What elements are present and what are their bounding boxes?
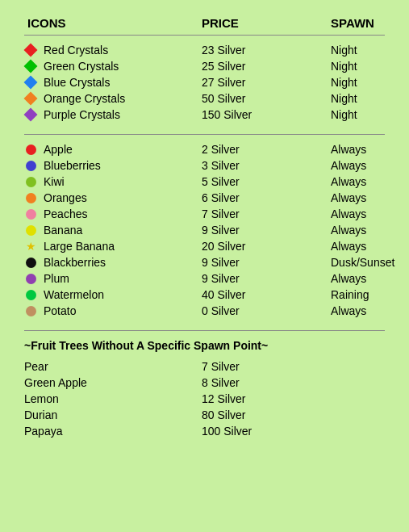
table-row: Kiwi 5 Silver Always	[24, 174, 385, 190]
item-price: 7 Silver	[202, 360, 331, 373]
item-label: Blueberries	[44, 159, 101, 172]
table-row: Plum 9 Silver Always	[24, 270, 385, 287]
diamond-icon	[24, 108, 37, 121]
item-label: Watermelon	[44, 288, 104, 301]
item-label: Oranges	[44, 191, 87, 204]
item-spawn: Always	[331, 304, 409, 317]
item-label: Large Banana	[44, 240, 115, 253]
item-label: Plum	[44, 272, 69, 285]
circle-icon	[24, 207, 37, 220]
item-name: Purple Crystals	[24, 108, 202, 121]
section-divider-2	[24, 330, 385, 331]
item-name: Kiwi	[24, 175, 202, 188]
trees-section: Pear 7 Silver Green Apple 8 Silver Lemon…	[24, 358, 385, 439]
item-label: Apple	[44, 143, 73, 156]
section-divider-1	[24, 134, 385, 135]
item-name: Green Crystals	[24, 60, 202, 73]
item-name: Blackberries	[24, 256, 202, 269]
circle-icon	[24, 256, 37, 269]
item-name: Blueberries	[24, 159, 202, 172]
item-label: Red Crystals	[44, 44, 108, 57]
item-label: Papaya	[24, 425, 202, 438]
item-spawn: Always	[331, 159, 409, 172]
item-label: Green Crystals	[44, 60, 119, 73]
table-row: Blackberries 9 Silver Dusk/Sunset	[24, 254, 385, 270]
table-header: ICONS PRICE SPAWN	[24, 16, 385, 36]
table-row: Apple 2 Silver Always	[24, 141, 385, 157]
item-name: Plum	[24, 272, 202, 285]
item-spawn: Night	[331, 92, 409, 105]
item-name: Watermelon	[24, 288, 202, 301]
item-name: Banana	[24, 224, 202, 237]
item-name: Apple	[24, 143, 202, 156]
item-price: 7 Silver	[202, 207, 331, 220]
table-row: Blueberries 3 Silver Always	[24, 157, 385, 174]
item-spawn: Night	[331, 44, 409, 57]
item-label: Orange Crystals	[44, 92, 125, 105]
item-price: 9 Silver	[202, 272, 331, 285]
item-price: 100 Silver	[202, 425, 331, 438]
header-spawn: SPAWN	[331, 16, 409, 30]
item-price: 80 Silver	[202, 408, 331, 421]
circle-icon	[24, 272, 37, 285]
item-spawn: Night	[331, 108, 409, 121]
item-price: 8 Silver	[202, 376, 331, 389]
item-name: Red Crystals	[24, 44, 202, 57]
item-price: 6 Silver	[202, 191, 331, 204]
diamond-icon	[24, 44, 37, 57]
diamond-icon	[24, 92, 37, 105]
item-label: Kiwi	[44, 175, 65, 188]
item-spawn: Always	[331, 207, 409, 220]
item-label: Banana	[44, 224, 82, 237]
circle-icon	[24, 288, 37, 301]
table-row: Banana 9 Silver Always	[24, 222, 385, 238]
item-price: 2 Silver	[202, 143, 331, 156]
crystals-section: Red Crystals 23 Silver Night Green Cryst…	[24, 42, 385, 123]
item-price: 40 Silver	[202, 288, 331, 301]
header-icons: ICONS	[24, 16, 202, 30]
table-row: Lemon 12 Silver	[24, 391, 385, 407]
table-row: Papaya 100 Silver	[24, 423, 385, 439]
item-label: Green Apple	[24, 376, 202, 389]
item-spawn: Night	[331, 60, 409, 73]
circle-icon	[24, 224, 37, 237]
main-container: ICONS PRICE SPAWN Red Crystals 23 Silver…	[8, 8, 401, 459]
circle-icon	[24, 175, 37, 188]
item-price: 150 Silver	[202, 108, 331, 121]
item-spawn: Always	[331, 224, 409, 237]
table-row: Red Crystals 23 Silver Night	[24, 42, 385, 58]
table-row: Watermelon 40 Silver Raining	[24, 287, 385, 303]
table-row: Green Crystals 25 Silver Night	[24, 58, 385, 74]
item-label: Lemon	[24, 392, 202, 405]
item-name: Orange Crystals	[24, 92, 202, 105]
item-spawn: Night	[331, 76, 409, 89]
item-label: Blackberries	[44, 256, 106, 269]
item-price: 3 Silver	[202, 159, 331, 172]
fruits-section: Apple 2 Silver Always Blueberries 3 Silv…	[24, 141, 385, 319]
item-name: Blue Crystals	[24, 76, 202, 89]
item-label: Durian	[24, 408, 202, 421]
table-row: Potato 0 Silver Always	[24, 303, 385, 319]
item-price: 9 Silver	[202, 224, 331, 237]
item-label: Potato	[44, 304, 76, 317]
item-label: Blue Crystals	[44, 76, 110, 89]
item-price: 25 Silver	[202, 60, 331, 73]
circle-icon	[24, 159, 37, 172]
table-row: Purple Crystals 150 Silver Night	[24, 107, 385, 123]
item-price: 27 Silver	[202, 76, 331, 89]
table-row: ★ Large Banana 20 Silver Always	[24, 238, 385, 254]
item-spawn: Always	[331, 272, 409, 285]
item-spawn: Dusk/Sunset	[331, 256, 409, 269]
item-price: 5 Silver	[202, 175, 331, 188]
item-price: 23 Silver	[202, 44, 331, 57]
item-name: Peaches	[24, 207, 202, 220]
table-row: Oranges 6 Silver Always	[24, 190, 385, 206]
item-spawn: Always	[331, 191, 409, 204]
item-spawn: Always	[331, 175, 409, 188]
item-spawn: Raining	[331, 288, 409, 301]
table-row: Orange Crystals 50 Silver Night	[24, 90, 385, 107]
item-price: 0 Silver	[202, 304, 331, 317]
item-name: ★ Large Banana	[24, 240, 202, 253]
item-label: Purple Crystals	[44, 108, 120, 121]
item-spawn: Always	[331, 240, 409, 253]
